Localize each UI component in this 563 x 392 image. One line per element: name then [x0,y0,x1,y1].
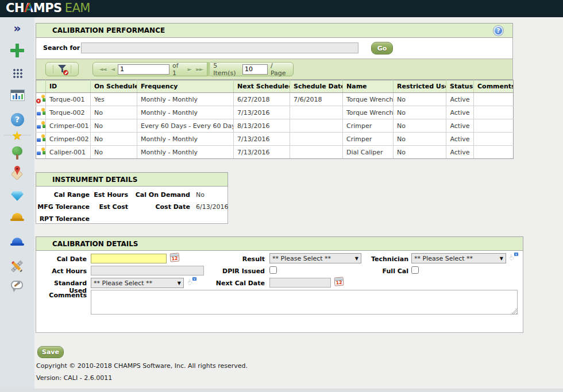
star-icon: ★ [12,130,22,141]
full-cal-label: Full Cal [358,267,408,275]
col-schedule-date: Schedule Date [290,80,343,93]
window-bottom-edge [0,389,563,392]
search-input[interactable] [81,42,358,53]
version-text: Version: CALI - 2.6.0011 [36,374,112,382]
sidebar-item-locations[interactable] [0,165,34,180]
separator [53,65,53,73]
table-row[interactable]: Crimper-001 No Every 60 Days - Every 60 … [36,119,514,133]
instrument-icon [37,108,46,117]
pagination-bar: ◄◄ ◄ of 1 ► ►► 5 Item(s) / Page [92,62,294,76]
last-page-button[interactable]: ►► [195,66,203,72]
table-row[interactable]: Caliper-001 No Monthly - Monthly 7/13/20… [36,146,514,159]
page-number-input[interactable] [118,64,169,75]
instrument-details-title: INSTRUMENT DETAILS [52,176,137,184]
standard-used-lookup-icon[interactable]: ☝ ∨ [187,277,197,287]
calendar-icon[interactable]: 12 [334,277,344,286]
cal-on-demand-value: No [190,191,227,199]
standard-used-selected-value: ** Please Select ** [94,280,152,287]
cell-status: Active [446,119,474,133]
clear-filter-button[interactable] [45,62,79,76]
cell-restricted-use: No [394,93,446,106]
sidebar-item-crew[interactable] [0,237,34,247]
col-comments: Comments [474,80,514,93]
cell-restricted-use: No [394,119,446,133]
next-cal-date-label: Next Cal Date [209,280,265,287]
cell-status: Active [446,106,474,119]
cell-frequency: Monthly - Monthly [137,93,234,106]
sidebar-item-tree[interactable] [0,146,34,161]
mfg-tolerance-label: MFG Tolerance [36,203,90,211]
page-title-bar: CALIBRATION PERFORMANCE ? [36,23,513,38]
instrument-details-panel: Cal Range Est Hours Cal On Demand No MFG… [36,187,228,224]
cell-frequency: Monthly - Monthly [137,133,234,146]
technician-lookup-icon[interactable]: ☝ ∨ [509,253,519,262]
first-page-button[interactable]: ◄◄ [98,66,106,72]
cost-date-value: 6/13/2016 [190,203,228,211]
dpir-issued-checkbox[interactable] [269,266,277,274]
cal-range-label: Cal Range [36,191,90,199]
cell-id: Crimper-001 [46,119,91,133]
plus-icon [10,44,24,57]
standard-used-select[interactable]: ** Please Select ** ▼ [91,278,184,288]
instrument-icon: ▾ [37,95,46,104]
next-page-button[interactable]: ► [186,66,192,72]
technician-selected-value: ** Please Select ** [414,255,473,262]
cell-restricted-use: No [394,106,446,119]
cell-next-scheduled: 8/13/2016 [234,119,290,133]
sidebar-item-design[interactable] [0,258,34,274]
cell-comments [474,146,514,159]
table-row[interactable]: Crimper-002 No Monthly - Monthly 7/13/20… [36,133,514,146]
sidebar-item-premium[interactable] [0,191,34,201]
help-icon[interactable]: ? [493,26,503,36]
technician-label: Technician [358,255,408,263]
cell-status: Active [446,146,474,159]
sidebar-item-favorites[interactable]: ★ [0,129,34,141]
sidebar-item-apps[interactable] [0,68,34,78]
resize-handle-icon[interactable] [512,309,517,314]
separator [71,65,71,73]
go-button[interactable]: Go [371,42,393,55]
sidebar-item-reports[interactable] [0,89,34,102]
sidebar-item-help[interactable]: ? [0,112,34,126]
blue-hardhat-icon [10,238,24,246]
table-row[interactable]: Torque-002 No Monthly - Monthly 7/13/201… [36,106,514,119]
est-hours-label: Est Hours [90,191,128,199]
save-button[interactable]: Save [37,346,64,358]
cell-status: Active [446,93,474,106]
result-selected-value: ** Please Select ** [272,255,331,262]
chevron-down-icon: ▼ [178,281,181,286]
chevron-down-icon: ▼ [500,256,503,261]
col-id: ID [46,80,91,93]
champs-eam-logo: CHAMPSEAM [6,1,90,15]
act-hours-input[interactable] [91,266,204,275]
page-size-input[interactable] [242,64,268,75]
cell-next-scheduled: 7/13/2016 [234,146,290,159]
table-row[interactable]: ▾ Torque-001 Yes Monthly - Monthly 6/27/… [36,93,514,106]
cell-frequency: Every 60 Days - Every 60 Days [137,119,234,133]
full-cal-checkbox[interactable] [411,266,419,274]
calendar-icon[interactable]: 12 [169,253,179,262]
est-cost-label: Est Cost [90,203,128,211]
expand-sidebar-button[interactable]: » [0,22,34,34]
map-pin-icon [10,166,24,180]
cell-schedule-date: 7/6/2018 [290,93,343,106]
cell-name: Crimper [343,133,394,146]
cell-on-schedule: No [91,133,137,146]
technician-select[interactable]: ** Please Select ** ▼ [411,253,506,263]
question-icon: ? [11,113,24,126]
cal-date-input[interactable] [91,254,167,263]
instrument-icon [37,121,46,130]
cell-id: Torque-002 [46,106,91,119]
cell-on-schedule: Yes [91,93,137,106]
instrument-details-header: INSTRUMENT DETAILS [36,172,228,187]
speech-bubble-tool-icon [11,281,24,292]
comments-textarea[interactable] [91,290,518,315]
next-cal-date-input[interactable] [269,278,331,288]
sidebar-item-add[interactable] [0,43,34,58]
col-restricted-use: Restricted Use [394,80,446,93]
sidebar-item-feedback[interactable] [0,280,34,293]
comments-label: Comments [36,292,87,299]
result-select[interactable]: ** Please Select ** ▼ [269,253,361,263]
sidebar-item-safety[interactable] [0,212,34,222]
prev-page-button[interactable]: ◄ [109,66,115,72]
